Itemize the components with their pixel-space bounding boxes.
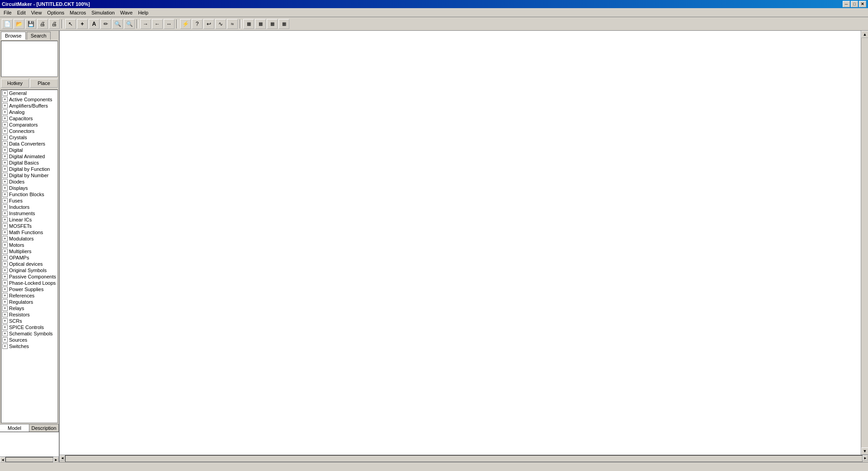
- list-item[interactable]: +Phase-Locked Loops: [1, 280, 57, 286]
- list-item[interactable]: +Instruments: [1, 210, 57, 217]
- tab-search[interactable]: Search: [27, 32, 51, 40]
- list-item[interactable]: +Motors: [1, 242, 57, 248]
- list-item[interactable]: +Capacitors: [1, 115, 57, 122]
- exchange-button[interactable]: ↔: [164, 19, 175, 29]
- tabs: Browse Search: [0, 31, 59, 40]
- list-item[interactable]: +Analog: [1, 109, 57, 115]
- minimize-button[interactable]: ─: [843, 1, 850, 7]
- tab-description[interactable]: Description: [29, 424, 59, 432]
- list-item[interactable]: +Digital Animated: [1, 153, 57, 160]
- vscroll-up[interactable]: ▲: [861, 31, 868, 38]
- component-label: Data Converters: [9, 141, 45, 146]
- add-button[interactable]: +: [77, 19, 88, 29]
- tab-model[interactable]: Model: [0, 424, 29, 432]
- menu-item-file[interactable]: File: [1, 9, 14, 16]
- list-item[interactable]: +Linear ICs: [1, 217, 57, 223]
- component-label: Optical devices: [9, 261, 43, 267]
- menu-item-edit[interactable]: Edit: [14, 9, 28, 16]
- list-item[interactable]: +Modulators: [1, 236, 57, 242]
- list-item[interactable]: +Regulators: [1, 299, 57, 305]
- wave-button[interactable]: ∿: [215, 19, 226, 29]
- canvas-hscroll-right[interactable]: ►: [863, 455, 868, 461]
- expand-icon: +: [2, 306, 8, 311]
- list-item[interactable]: +Digital by Function: [1, 166, 57, 172]
- select-button[interactable]: ↖: [65, 19, 76, 29]
- back-button[interactable]: ←: [152, 19, 163, 29]
- undo-button[interactable]: ↩: [203, 19, 214, 29]
- canvas-hscroll-track[interactable]: [65, 455, 863, 462]
- zoom-in-button[interactable]: 🔍: [112, 19, 123, 29]
- list-item[interactable]: +Connectors: [1, 128, 57, 134]
- component-label: Phase-Locked Loops: [9, 280, 56, 286]
- help-button[interactable]: ?: [192, 19, 203, 29]
- zoom-out-button[interactable]: 🔍: [124, 19, 135, 29]
- list-item[interactable]: +Comparators: [1, 122, 57, 128]
- list-item[interactable]: +SCRs: [1, 318, 57, 324]
- place-button[interactable]: Place: [30, 79, 58, 88]
- list-item[interactable]: +Digital: [1, 147, 57, 153]
- approx-button[interactable]: ≈: [227, 19, 238, 29]
- print-button[interactable]: 🖨: [37, 19, 48, 29]
- open-button[interactable]: 📂: [14, 19, 24, 29]
- menu-item-help[interactable]: Help: [135, 9, 151, 16]
- canvas-area[interactable]: [60, 31, 861, 455]
- hscroll-track[interactable]: [5, 457, 53, 462]
- new-button[interactable]: 📄: [2, 19, 13, 29]
- list-item[interactable]: +Function Blocks: [1, 191, 57, 198]
- grid-btn-4[interactable]: ▦: [278, 19, 289, 29]
- list-item[interactable]: +Displays: [1, 185, 57, 191]
- list-item[interactable]: +Digital Basics: [1, 160, 57, 166]
- maximize-button[interactable]: □: [851, 1, 858, 7]
- list-item[interactable]: +Data Converters: [1, 141, 57, 147]
- list-item[interactable]: +Sources: [1, 337, 57, 343]
- expand-icon: +: [2, 97, 8, 102]
- list-item[interactable]: +Multipliers: [1, 248, 57, 254]
- list-item[interactable]: +Digital by Number: [1, 172, 57, 179]
- save-button[interactable]: 💾: [25, 19, 36, 29]
- expand-icon: +: [2, 255, 8, 260]
- list-item[interactable]: +Active Components: [1, 96, 57, 103]
- vscroll-down[interactable]: ▼: [861, 447, 868, 455]
- expand-icon: +: [2, 128, 8, 134]
- menu-item-options[interactable]: Options: [44, 9, 67, 16]
- list-item[interactable]: +Passive Components: [1, 273, 57, 280]
- list-item[interactable]: +Amplifiers/Buffers: [1, 103, 57, 109]
- tab-browse[interactable]: Browse: [1, 32, 26, 40]
- grid-btn-1[interactable]: ▦: [243, 19, 254, 29]
- list-item[interactable]: +OPAMPs: [1, 254, 57, 261]
- list-item[interactable]: +Relays: [1, 305, 57, 311]
- list-item[interactable]: +Switches: [1, 343, 57, 349]
- vscroll-track[interactable]: [861, 38, 868, 447]
- list-item[interactable]: +References: [1, 292, 57, 299]
- list-item[interactable]: +MOSFETs: [1, 223, 57, 229]
- list-item[interactable]: +Resistors: [1, 311, 57, 318]
- grid-btn-3[interactable]: ▦: [267, 19, 278, 29]
- list-item[interactable]: +Inductors: [1, 204, 57, 210]
- component-label: Fuses: [9, 198, 23, 203]
- list-item[interactable]: +Optical devices: [1, 261, 57, 267]
- list-item[interactable]: +Original Symbols: [1, 267, 57, 273]
- list-item[interactable]: +Diodes: [1, 179, 57, 185]
- list-item[interactable]: +Power Supplies: [1, 286, 57, 292]
- hscroll-left[interactable]: ◄: [0, 457, 5, 462]
- close-button[interactable]: ✕: [859, 1, 866, 7]
- list-item[interactable]: +General: [1, 90, 57, 96]
- hotkey-button[interactable]: Hotkey: [1, 79, 29, 88]
- hscroll-right[interactable]: ►: [53, 457, 59, 462]
- menu-item-view[interactable]: View: [28, 9, 45, 16]
- run-button[interactable]: ⚡: [180, 19, 191, 29]
- list-item[interactable]: +Math Functions: [1, 229, 57, 236]
- grid-btn-2[interactable]: ▦: [255, 19, 266, 29]
- list-item[interactable]: +Crystals: [1, 134, 57, 141]
- menu-item-wave[interactable]: Wave: [118, 9, 136, 16]
- list-item[interactable]: +SPICE Controls: [1, 324, 57, 330]
- menu-item-macros[interactable]: Macros: [67, 9, 89, 16]
- menu-item-simulation[interactable]: Simulation: [89, 9, 117, 16]
- list-item[interactable]: +Fuses: [1, 198, 57, 204]
- forward-button[interactable]: →: [140, 19, 151, 29]
- canvas-hscroll-left[interactable]: ◄: [60, 455, 65, 461]
- text-button[interactable]: A: [89, 19, 99, 29]
- print2-button[interactable]: 🖨: [49, 19, 60, 29]
- list-item[interactable]: +Schematic Symbols: [1, 330, 57, 337]
- pencil-button[interactable]: ✏: [100, 19, 111, 29]
